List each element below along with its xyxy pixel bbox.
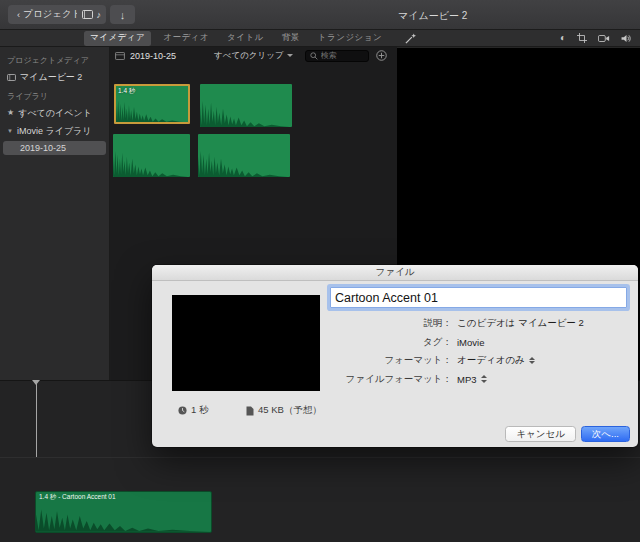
- sidebar-section-project-media: プロジェクトメディア: [0, 50, 109, 68]
- add-media-button[interactable]: [376, 50, 387, 61]
- projects-back-label: プロジェクト: [23, 8, 81, 21]
- media-library-button[interactable]: ♪: [77, 5, 106, 24]
- audio-clip-3[interactable]: [113, 134, 190, 177]
- playhead[interactable]: [36, 381, 37, 457]
- sidebar-item-my-movie[interactable]: マイムービー 2: [0, 68, 109, 86]
- cancel-button[interactable]: キャンセル: [505, 426, 576, 442]
- duration-info: 1 秒: [178, 404, 208, 417]
- search-input[interactable]: [321, 51, 364, 60]
- sidebar-item-label: 2019-10-25: [20, 143, 66, 153]
- timeline-clip-label: 1.4 秒 - Cartoon Accent 01: [39, 493, 116, 502]
- track-divider: [0, 457, 640, 458]
- volume-button[interactable]: [621, 34, 632, 43]
- tab-my-media[interactable]: マイメディア: [84, 31, 151, 46]
- enhance-button[interactable]: [405, 33, 416, 44]
- dialog-titlebar[interactable]: ファイル: [152, 265, 638, 281]
- file-format-popup[interactable]: MP3: [457, 374, 584, 385]
- tab-titles[interactable]: タイトル: [221, 31, 270, 46]
- duration-value: 1 秒: [191, 404, 208, 417]
- format-value: オーディオのみ: [457, 354, 525, 367]
- waveform: [200, 98, 292, 127]
- document-icon: [246, 406, 254, 416]
- film-icon: [82, 10, 93, 19]
- sidebar-item-all-events[interactable]: ★ すべてのイベント: [0, 104, 109, 122]
- stabilization-button[interactable]: [598, 34, 610, 43]
- clip-duration-badge: 1.4 秒: [118, 87, 135, 96]
- plus-icon: [376, 50, 387, 61]
- filesize-info: 45 KB（予想）: [246, 404, 322, 417]
- format-popup[interactable]: オーディオのみ: [457, 354, 584, 367]
- star-icon: ★: [7, 109, 14, 117]
- next-button[interactable]: 次へ...: [581, 426, 630, 442]
- clip-filter-dropdown[interactable]: すべてのクリップ: [214, 50, 293, 62]
- export-dialog: ファイル 説明： このビデオは マイムービー 2 タグ： iMovie フォーマ…: [152, 265, 638, 447]
- sidebar-item-label: マイムービー 2: [20, 71, 82, 84]
- music-note-icon: ♪: [96, 9, 101, 20]
- filename-input[interactable]: [330, 287, 627, 308]
- audio-clip-1[interactable]: 1.4 秒: [114, 84, 190, 124]
- playhead-handle-icon: [32, 380, 40, 385]
- chevron-left-icon: ‹: [17, 9, 20, 20]
- media-tabbar: マイメディア オーディオ タイトル 背景 トランジション: [0, 30, 397, 47]
- waveform: [36, 507, 211, 532]
- download-arrow-icon: ↓: [120, 9, 126, 21]
- file-format-label: ファイルフォーマット：: [330, 373, 452, 386]
- color-wheel-icon: ◐: [560, 33, 566, 43]
- disclosure-triangle-icon: ▼: [7, 128, 13, 134]
- camera-icon: [598, 34, 610, 43]
- audio-clip-2[interactable]: [200, 84, 292, 127]
- format-label: フォーマット：: [330, 354, 452, 367]
- tab-backgrounds[interactable]: 背景: [276, 31, 306, 46]
- film-icon: [7, 74, 16, 81]
- sidebar-item-label: すべてのイベント: [18, 107, 92, 120]
- speaker-icon: [621, 34, 632, 43]
- sidebar-item-label: iMovie ライブラリ: [17, 125, 92, 138]
- waveform: [116, 98, 188, 122]
- clock-icon: [178, 406, 187, 415]
- chevron-down-icon: [287, 54, 293, 57]
- search-field: [305, 50, 369, 62]
- clip-filter-label: すべてのクリップ: [214, 50, 284, 62]
- waveform: [198, 148, 290, 177]
- tags-value: iMovie: [457, 337, 584, 348]
- import-button[interactable]: ↓: [110, 5, 135, 24]
- sidebar-item-event-2019-10-25[interactable]: 2019-10-25: [3, 141, 106, 155]
- clip-appearance-icon: [115, 52, 125, 60]
- clip-appearance-button[interactable]: [115, 52, 125, 60]
- sidebar-item-imovie-library[interactable]: ▼ iMovie ライブラリ: [0, 122, 109, 140]
- tab-audio[interactable]: オーディオ: [157, 31, 215, 46]
- event-title: 2019-10-25: [130, 51, 176, 61]
- imovie-window: { "window": { "title": "マイムービー 2" }, "to…: [0, 0, 640, 542]
- sidebar-section-library: ライブラリ: [0, 86, 109, 104]
- dialog-title: ファイル: [376, 266, 415, 279]
- tab-transitions[interactable]: トランジション: [312, 31, 388, 46]
- crop-button[interactable]: [577, 33, 587, 43]
- search-icon: [310, 52, 318, 60]
- timeline-audio-clip[interactable]: 1.4 秒 - Cartoon Accent 01: [35, 491, 212, 533]
- color-correction-button[interactable]: ◐: [560, 33, 566, 43]
- viewer-controls: ◐: [397, 30, 640, 47]
- toolbar: ‹ プロジェクト ♪ ↓ マイムービー 2: [0, 0, 640, 30]
- sidebar: プロジェクトメディア マイムービー 2 ライブラリ ★ すべてのイベント ▼ i…: [0, 47, 110, 380]
- filesize-value: 45 KB（予想）: [258, 404, 322, 417]
- export-preview-thumbnail: [172, 295, 320, 391]
- viewer-tools: ◐: [560, 33, 632, 43]
- waveform: [113, 148, 190, 177]
- magic-wand-icon: [405, 33, 416, 44]
- window-title: マイムービー 2: [398, 9, 467, 23]
- export-form: 説明： このビデオは マイムービー 2 タグ： iMovie フォーマット： オ…: [330, 317, 584, 386]
- audio-clip-4[interactable]: [198, 134, 290, 177]
- crop-icon: [577, 33, 587, 43]
- stepper-icon: [481, 375, 487, 383]
- description-value: このビデオは マイムービー 2: [457, 317, 584, 330]
- stepper-icon: [529, 357, 535, 365]
- tags-label: タグ：: [330, 336, 452, 349]
- browser-header: 2019-10-25 すべてのクリップ: [110, 47, 397, 64]
- description-label: 説明：: [330, 317, 452, 330]
- file-format-value: MP3: [457, 374, 477, 385]
